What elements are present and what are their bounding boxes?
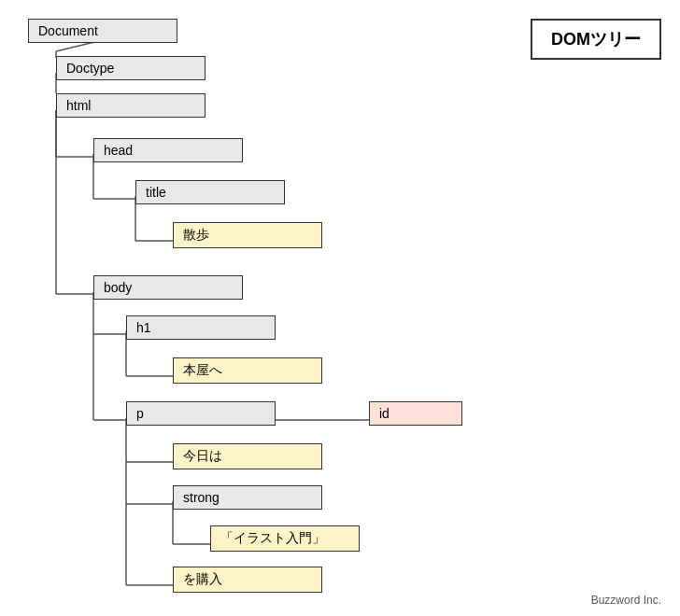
node-document-box: Document: [28, 19, 177, 43]
node-p-box: p: [126, 401, 276, 426]
dom-tree-title: DOMツリー: [531, 19, 661, 60]
node-head: head: [93, 138, 243, 162]
node-id-attr-box: id: [369, 401, 462, 426]
node-strong-box: strong: [173, 485, 322, 510]
node-document: Document: [28, 19, 177, 43]
page-container: DOMツリー: [0, 0, 680, 616]
node-id-attr: id: [369, 401, 462, 426]
node-html-box: html: [56, 93, 205, 118]
node-honya: 本屋へ: [173, 357, 322, 384]
node-doctype-box: Doctype: [56, 56, 205, 80]
node-title-box: title: [135, 180, 285, 204]
node-sanpo-box: 散歩: [173, 222, 322, 248]
node-kyouha-box: 今日は: [173, 443, 322, 469]
node-strong: strong: [173, 485, 322, 510]
node-h1-box: h1: [126, 315, 276, 340]
node-body: body: [93, 275, 243, 300]
node-sanpo: 散歩: [173, 222, 322, 248]
node-body-box: body: [93, 275, 243, 300]
node-purchase-box: を購入: [173, 567, 322, 593]
node-illust: 「イラスト入門」: [210, 525, 360, 552]
node-html: html: [56, 93, 205, 118]
node-doctype: Doctype: [56, 56, 205, 80]
node-illust-box: 「イラスト入門」: [210, 525, 360, 552]
node-honya-box: 本屋へ: [173, 357, 322, 384]
node-purchase: を購入: [173, 567, 322, 593]
node-head-box: head: [93, 138, 243, 162]
node-kyouha: 今日は: [173, 443, 322, 469]
footer: Buzzword Inc.: [591, 594, 661, 607]
node-p: p: [126, 401, 276, 426]
node-h1: h1: [126, 315, 276, 340]
node-title: title: [135, 180, 285, 204]
